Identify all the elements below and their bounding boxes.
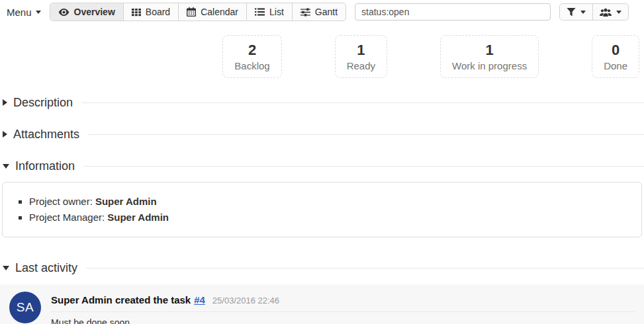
section-title: Information	[15, 159, 75, 173]
tab-overview[interactable]: Overview	[50, 3, 123, 20]
search-input[interactable]	[355, 3, 551, 20]
toolbar: Menu Overview Board Calendar	[0, 0, 644, 21]
stat-count: 2	[234, 41, 269, 60]
section-title: Description	[13, 96, 73, 110]
stat-count: 1	[452, 41, 527, 60]
info-label: Project Manager:	[29, 212, 105, 223]
activity-author-action: Super Admin created the task	[51, 294, 191, 305]
tab-label: List	[269, 7, 284, 17]
tab-gantt[interactable]: Gantt	[292, 3, 345, 20]
tab-board[interactable]: Board	[123, 3, 178, 20]
info-label: Project owner:	[29, 196, 93, 207]
triangle-down-icon	[3, 266, 9, 270]
calendar-icon	[187, 7, 196, 17]
section-title: Last activity	[15, 261, 77, 275]
users-icon	[600, 8, 612, 17]
section-header-information[interactable]: Information	[3, 159, 644, 173]
tab-label: Overview	[74, 7, 115, 17]
chevron-down-icon	[36, 11, 41, 14]
sliders-icon	[300, 8, 310, 17]
tab-label: Calendar	[201, 7, 238, 17]
eye-icon	[58, 8, 69, 17]
stat-label: Backlog	[234, 60, 269, 71]
stat-box-backlog: 2 Backlog	[222, 35, 281, 78]
activity-title: Super Admin created the task#425/03/2016…	[51, 294, 635, 312]
stat-label: Work in progress	[452, 60, 527, 71]
stat-count: 0	[604, 41, 627, 60]
menu-dropdown[interactable]: Menu	[7, 7, 41, 18]
list-item: Project owner:Super Admin	[29, 194, 641, 210]
users-filter-dropdown[interactable]	[592, 4, 628, 20]
section-divider	[86, 268, 644, 268]
stat-box-done: 0 Done	[592, 35, 639, 78]
section-divider	[81, 102, 644, 103]
stat-box-work-in-progress: 1 Work in progress	[440, 35, 539, 78]
list-icon	[255, 8, 265, 16]
tab-label: Gantt	[315, 7, 338, 17]
menu-label: Menu	[7, 7, 32, 18]
triangle-down-icon	[3, 164, 9, 169]
section-divider	[88, 134, 644, 135]
stat-label: Ready	[347, 60, 375, 71]
section-header-description[interactable]: Description	[3, 96, 644, 110]
avatar: SA	[9, 292, 41, 323]
section-header-last-activity[interactable]: Last activity	[3, 261, 644, 275]
information-list: Project owner:Super Admin Project Manage…	[3, 194, 641, 225]
triangle-right-icon	[3, 99, 7, 106]
stat-label: Done	[604, 60, 627, 71]
activity-event: SA Super Admin created the task#425/03/2…	[0, 284, 644, 324]
view-switcher: Overview Board Calendar List	[50, 3, 347, 21]
stat-count: 1	[347, 41, 375, 60]
tab-label: Board	[146, 7, 170, 17]
chevron-down-icon	[580, 11, 586, 14]
project-overview-page: Menu Overview Board Calendar	[0, 0, 644, 324]
column-stats: 2 Backlog 1 Ready 1 Work in progress 0 D…	[0, 35, 644, 78]
filter-buttons	[559, 3, 629, 20]
triangle-right-icon	[3, 131, 7, 138]
chevron-down-icon	[616, 11, 621, 14]
list-item: Project Manager:Super Admin	[29, 210, 641, 225]
information-panel: Project owner:Super Admin Project Manage…	[2, 182, 642, 237]
grid-icon	[132, 8, 141, 17]
task-link[interactable]: #4	[194, 294, 205, 305]
timestamp: 25/03/2016 22:46	[212, 296, 279, 305]
section-header-attachments[interactable]: Attachments	[3, 128, 644, 142]
section-title: Attachments	[13, 128, 79, 142]
stat-box-ready: 1 Ready	[335, 35, 387, 78]
info-value: Super Admin	[95, 196, 157, 207]
tab-list[interactable]: List	[246, 3, 292, 20]
section-divider	[83, 166, 644, 167]
info-value: Super Admin	[107, 212, 169, 223]
filter-icon	[567, 7, 576, 17]
tab-calendar[interactable]: Calendar	[178, 3, 246, 20]
filter-dropdown[interactable]	[560, 4, 592, 20]
activity-comment: Must be done soon	[51, 317, 635, 324]
activity-content: Super Admin created the task#425/03/2016…	[51, 292, 635, 324]
